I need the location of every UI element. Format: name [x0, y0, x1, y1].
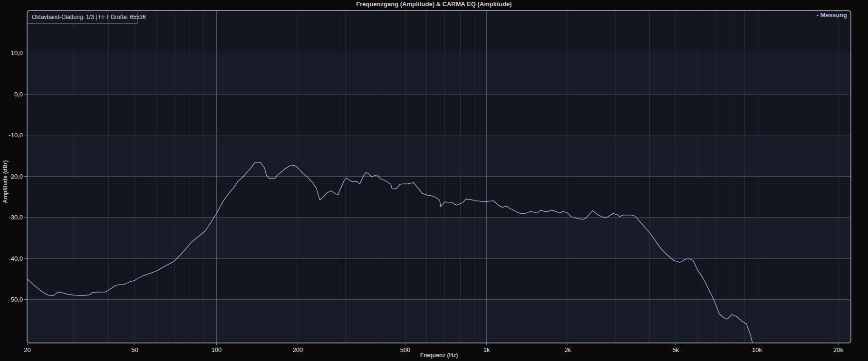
y-tick-label: -10,0 — [9, 132, 23, 139]
chart-canvas: 20501002005001k2k5k10k20k10,00,0-10,0-20… — [0, 0, 868, 361]
x-axis-title: Frequenz (Hz) — [27, 352, 851, 359]
y-axis-title: Amplitude (dBr) — [2, 160, 9, 203]
y-tick-label: -50,0 — [9, 296, 23, 303]
legend-messung: - Messung — [817, 11, 847, 19]
y-tick-label: -40,0 — [9, 255, 23, 262]
y-tick-label: 10,0 — [11, 49, 23, 57]
carma-chart-window: Frequenzgang (Amplitude) & CARMA EQ (Amp… — [0, 0, 868, 361]
y-tick-label: -20,0 — [9, 173, 23, 180]
y-axis-ticks: 10,00,0-10,0-20,0-30,0-40,0-50,0 — [9, 49, 27, 303]
y-tick-label: -30,0 — [9, 214, 23, 221]
smoothing-info-label: Oktavband-Glättung: 1/3 | FFT Größe: 655… — [28, 11, 138, 24]
y-tick-label: 0,0 — [14, 91, 23, 98]
